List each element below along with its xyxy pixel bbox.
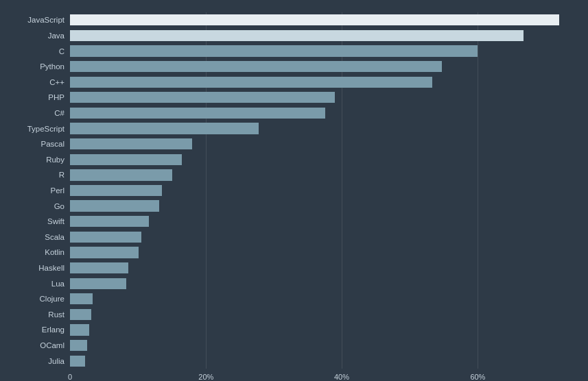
bar-label: C [7, 47, 70, 56]
bar-row: Scala [7, 230, 588, 245]
bar-row: Kotlin [7, 245, 588, 260]
bar-row: PHP [7, 90, 588, 106]
bar-fill [70, 92, 335, 103]
x-axis-label: 40% [334, 373, 349, 381]
bar-row: Ruby [7, 151, 588, 167]
bar-label: Go [7, 202, 70, 210]
bar-fill [70, 232, 141, 243]
bar-fill [70, 45, 478, 56]
x-axis-label: 20% [198, 373, 213, 381]
bar-label: Haskell [7, 264, 70, 272]
bar-row: Lua [7, 275, 588, 291]
bar-fill [70, 340, 87, 351]
bar-fill [70, 185, 162, 196]
bar-row: Perl [7, 183, 588, 199]
bar-row: Swift [7, 214, 588, 230]
bar-row: JavaScript [7, 12, 588, 28]
bar-row: Julia [7, 353, 588, 369]
bar-fill [70, 14, 559, 25]
bar-label: Clojure [7, 295, 70, 303]
bar-fill [70, 108, 325, 119]
bar-label: R [7, 171, 70, 179]
bar-fill [70, 262, 128, 273]
bar-label: Rust [7, 310, 70, 319]
bar-label: Julia [7, 357, 70, 365]
bar-row: Go [7, 198, 588, 214]
bar-row: Erlang [7, 322, 588, 338]
bar-fill [70, 293, 93, 304]
bar-fill [70, 200, 159, 211]
bar-row: C [7, 43, 588, 59]
bar-row: TypeScript [7, 121, 588, 136]
bar-label: Java [7, 32, 70, 40]
bar-fill [70, 123, 259, 134]
x-axis-label: 60% [470, 373, 485, 381]
bar-label: Ruby [7, 156, 70, 164]
bar-fill [70, 216, 149, 227]
bar-fill [70, 309, 91, 320]
bar-fill [70, 356, 85, 367]
bar-row: Clojure [7, 291, 588, 307]
bar-fill [70, 138, 192, 149]
bar-fill [70, 278, 126, 289]
bar-label: TypeScript [7, 125, 70, 133]
bar-label: PHP [7, 93, 70, 101]
bar-row: Pascal [7, 136, 588, 152]
bar-label: Scala [7, 233, 70, 241]
bar-label: C# [7, 109, 70, 117]
bar-label: Python [7, 62, 70, 71]
bar-fill [70, 30, 524, 41]
x-axis-label: 0 [68, 373, 72, 381]
chart-container: 020%40%60%JavaScriptJavaCPythonC++PHPC#T… [0, 0, 588, 381]
bar-row: Python [7, 59, 588, 75]
bar-label: JavaScript [7, 16, 70, 24]
bar-label: Pascal [7, 140, 70, 148]
bar-fill [70, 77, 432, 88]
bar-row: OCaml [7, 338, 588, 354]
bar-label: Perl [7, 186, 70, 195]
bar-fill [70, 324, 89, 335]
bar-label: OCaml [7, 341, 70, 349]
bar-row: Rust [7, 307, 588, 323]
bar-row: C# [7, 106, 588, 121]
bar-label: Kotlin [7, 248, 70, 256]
bar-row: R [7, 167, 588, 183]
bar-fill [70, 154, 182, 165]
bar-label: Lua [7, 280, 70, 288]
bar-row: Java [7, 28, 588, 44]
bar-fill [70, 61, 442, 72]
bar-label: C++ [7, 78, 70, 86]
bar-row: C++ [7, 74, 588, 90]
bar-fill [70, 247, 139, 258]
bar-label: Erlang [7, 325, 70, 334]
bar-label: Swift [7, 217, 70, 225]
bar-fill [70, 169, 172, 180]
bar-row: Haskell [7, 260, 588, 276]
